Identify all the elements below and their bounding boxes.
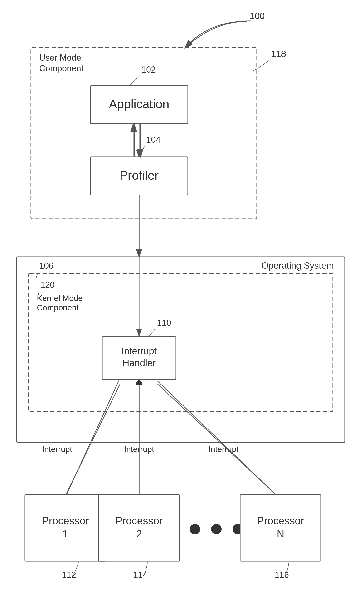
interrupt-handler-label1: Interrupt: [121, 346, 157, 356]
ref-100: 100: [250, 11, 265, 21]
ref-118: 118: [271, 49, 286, 59]
kernel-mode-label2: Component: [37, 303, 79, 312]
ref-110: 110: [157, 318, 171, 328]
ref-106: 106: [39, 261, 53, 271]
ref-102: 102: [142, 65, 156, 74]
interrupt-label-1: Interrupt: [42, 445, 72, 454]
processor2-label2: 2: [136, 528, 142, 539]
ref-104: 104: [146, 135, 160, 145]
ref-120: 120: [40, 280, 55, 290]
processor2-label1: Processor: [116, 515, 163, 526]
ref-112: 112: [62, 570, 76, 580]
diagram-container: 100 118 User Mode Component 102 Applicat…: [0, 0, 364, 605]
processorN-label2: N: [277, 528, 284, 539]
ellipsis-dot1: [190, 524, 200, 534]
processor1-label2: 1: [63, 528, 68, 539]
profiler-label: Profiler: [120, 168, 159, 182]
processorN-label1: Processor: [257, 515, 304, 526]
interrupt-handler-label2: Handler: [122, 358, 156, 368]
processor1-label1: Processor: [42, 515, 89, 526]
os-label: Operating System: [261, 261, 334, 271]
application-label: Application: [109, 97, 169, 111]
ellipsis-dot2: [211, 524, 221, 534]
user-mode-label2: Component: [39, 64, 83, 73]
kernel-mode-label: Kernel Mode: [37, 293, 83, 302]
user-mode-label: User Mode: [39, 53, 81, 63]
